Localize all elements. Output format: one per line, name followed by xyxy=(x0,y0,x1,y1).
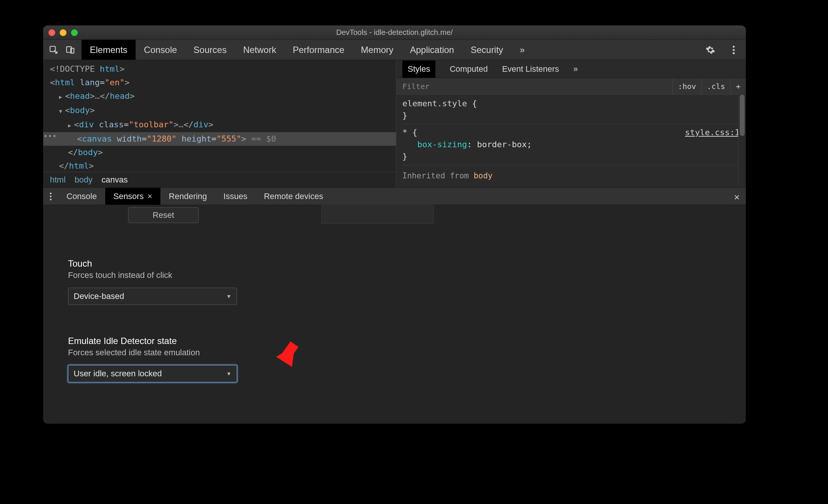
styles-rules[interactable]: element.style { } * { style.css:1 box-si… xyxy=(396,95,746,187)
idle-subtitle: Forces selected idle state emulation xyxy=(68,348,237,358)
css-value[interactable]: border-box xyxy=(477,140,527,149)
svg-rect-9 xyxy=(280,341,299,362)
selector-text: element.style xyxy=(402,99,467,108)
inspect-element-icon[interactable] xyxy=(45,41,62,59)
idle-select-value: User idle, screen locked xyxy=(74,369,162,379)
selector-text: * xyxy=(402,128,407,137)
touch-select[interactable]: Device-based ▼ xyxy=(68,288,237,305)
tab-styles[interactable]: Styles xyxy=(402,60,435,78)
styles-tabs-overflow-icon[interactable]: » xyxy=(573,64,578,74)
close-tab-icon[interactable]: × xyxy=(147,192,152,201)
drawer-tab-issues[interactable]: Issues xyxy=(215,188,256,205)
dom-node[interactable]: ▶<head>…</head> xyxy=(43,89,396,104)
styles-filter-input[interactable] xyxy=(396,82,672,91)
dom-node[interactable]: ▼<body> xyxy=(43,104,396,118)
annotation-arrow-icon xyxy=(276,331,306,367)
drawer-tab-sensors[interactable]: Sensors × xyxy=(105,188,161,205)
styles-filter-actions: :hov .cls + xyxy=(672,78,746,95)
styles-pane: Styles Computed Event Listeners » :hov .… xyxy=(396,60,746,187)
inherited-from: Inherited from body xyxy=(402,167,740,182)
css-property[interactable]: box-sizing xyxy=(417,140,467,149)
breadcrumb-html[interactable]: html xyxy=(50,175,66,185)
window-controls xyxy=(48,29,78,36)
touch-title: Touch xyxy=(68,258,237,269)
tab-security[interactable]: Security xyxy=(462,40,512,60)
dom-tree-pane: ••• <!DOCTYPE html><html lang="en">▶<hea… xyxy=(43,60,396,187)
tab-event-listeners[interactable]: Event Listeners xyxy=(502,64,559,74)
settings-gear-icon[interactable] xyxy=(702,41,719,59)
drawer-tab-console[interactable]: Console xyxy=(58,188,105,205)
dom-node[interactable]: <!DOCTYPE html> xyxy=(43,62,396,76)
styles-scrollbar[interactable] xyxy=(738,95,746,187)
drawer: Console Sensors × Rendering Issues Remot… xyxy=(43,188,746,424)
dom-node[interactable]: ▶<div class="toolbar">…</div> xyxy=(43,118,396,132)
svg-point-6 xyxy=(50,192,51,194)
titlebar: DevTools - idle-detection.glitch.me/ xyxy=(43,26,746,40)
dom-tree[interactable]: ••• <!DOCTYPE html><html lang="en">▶<hea… xyxy=(43,60,396,172)
dom-node[interactable]: <canvas width="1280" height="555"> == $0 xyxy=(43,132,396,146)
window-title: DevTools - idle-detection.glitch.me/ xyxy=(43,28,746,37)
close-window-icon[interactable] xyxy=(48,29,55,36)
dom-node[interactable]: </html> xyxy=(43,159,396,172)
tab-performance[interactable]: Performance xyxy=(284,40,352,60)
svg-point-8 xyxy=(50,198,51,200)
svg-point-4 xyxy=(733,49,734,51)
tab-application[interactable]: Application xyxy=(402,40,462,60)
drawer-tab-rendering[interactable]: Rendering xyxy=(160,188,215,205)
breadcrumbs: html body canvas xyxy=(43,172,396,187)
tab-elements[interactable]: Elements xyxy=(82,40,136,60)
svg-point-7 xyxy=(50,195,51,197)
idle-section: Emulate Idle Detector state Forces selec… xyxy=(68,336,237,382)
breadcrumb-canvas[interactable]: canvas xyxy=(101,175,128,185)
sensors-panel: Reset Touch Forces touch instead of clic… xyxy=(43,205,746,424)
touch-select-value: Device-based xyxy=(74,291,124,301)
reset-button[interactable]: Reset xyxy=(128,207,199,223)
cls-toggle[interactable]: .cls xyxy=(701,78,730,95)
orientation-preview-placeholder xyxy=(321,205,434,224)
chevron-down-icon: ▼ xyxy=(226,293,231,299)
main-tabs: Elements Console Sources Network Perform… xyxy=(43,40,746,60)
tab-network[interactable]: Network xyxy=(235,40,284,60)
idle-title: Emulate Idle Detector state xyxy=(68,336,237,346)
touch-section: Touch Forces touch instead of click Devi… xyxy=(68,258,237,305)
tab-sources[interactable]: Sources xyxy=(185,40,235,60)
zoom-window-icon[interactable] xyxy=(71,29,78,36)
new-rule-plus-icon[interactable]: + xyxy=(730,78,746,95)
drawer-tabs: Console Sensors × Rendering Issues Remot… xyxy=(43,188,746,205)
breadcrumb-body[interactable]: body xyxy=(75,175,93,185)
devtools-window: DevTools - idle-detection.glitch.me/ Ele… xyxy=(43,26,746,424)
scrollbar-thumb-icon[interactable] xyxy=(740,95,745,136)
svg-point-5 xyxy=(733,52,734,54)
elements-split: ••• <!DOCTYPE html><html lang="en">▶<hea… xyxy=(43,60,746,188)
minimize-window-icon[interactable] xyxy=(60,29,66,36)
gutter-ellipsis-icon: ••• xyxy=(43,129,54,143)
rule-element-style: element.style { } xyxy=(402,98,740,124)
drawer-close-icon[interactable]: × xyxy=(734,192,740,203)
rule-star: * { style.css:1 box-sizing: border-box; … xyxy=(402,127,740,165)
styles-filter-row: :hov .cls + xyxy=(396,78,746,95)
kebab-menu-icon[interactable] xyxy=(725,41,742,59)
chevron-down-icon: ▼ xyxy=(226,371,231,377)
drawer-kebab-icon[interactable] xyxy=(43,192,58,201)
styles-tabs: Styles Computed Event Listeners » xyxy=(396,60,746,78)
dom-node[interactable]: <html lang="en"> xyxy=(43,76,396,89)
tabs-overflow-icon[interactable]: » xyxy=(511,40,533,60)
hov-toggle[interactable]: :hov xyxy=(672,78,701,95)
dom-node[interactable]: </body> xyxy=(43,146,396,159)
device-toolbar-icon[interactable] xyxy=(62,41,79,59)
source-link[interactable]: style.css:1 xyxy=(685,127,740,139)
touch-subtitle: Forces touch instead of click xyxy=(68,270,237,280)
idle-select[interactable]: User idle, screen locked ▼ xyxy=(68,365,237,382)
tab-computed[interactable]: Computed xyxy=(450,64,488,74)
tab-console[interactable]: Console xyxy=(136,40,185,60)
svg-point-3 xyxy=(733,45,734,47)
tab-memory[interactable]: Memory xyxy=(353,40,402,60)
svg-marker-10 xyxy=(276,346,295,367)
drawer-tab-remote-devices[interactable]: Remote devices xyxy=(255,188,331,205)
